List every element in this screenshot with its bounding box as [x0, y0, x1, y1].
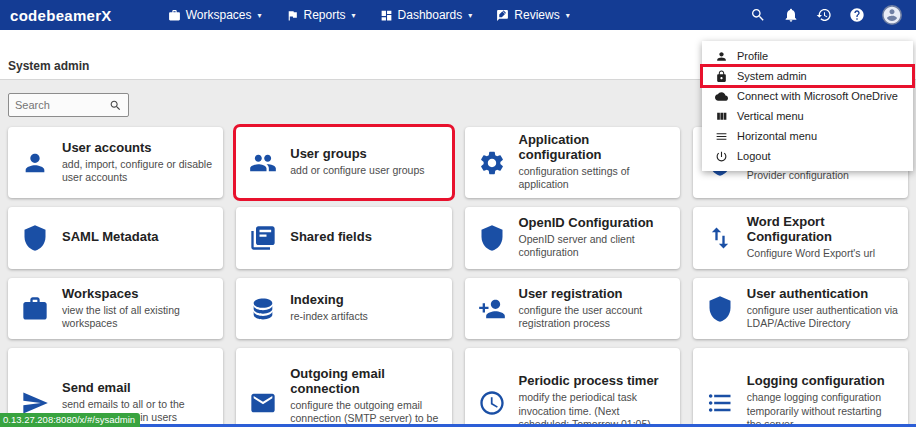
person-icon [715, 50, 728, 63]
card-shared-fields[interactable]: Shared fields [236, 207, 451, 269]
card-desc: modify the periodical task invocation ti… [519, 391, 670, 427]
workspaces-icon [168, 9, 181, 22]
nav-label: Dashboards [398, 8, 463, 22]
card-user-groups[interactable]: User groups add or configure user groups [236, 127, 451, 198]
people-icon [249, 149, 277, 177]
card-title: OpenID Configuration [519, 216, 670, 231]
power-icon [715, 150, 728, 163]
list-icon [706, 389, 734, 417]
card-desc: configure the outgoing email connection … [290, 399, 441, 427]
import-export-icon [706, 224, 734, 252]
nav-label: Reviews [514, 8, 559, 22]
clock-icon [478, 389, 506, 417]
nav-item-dashboards[interactable]: Dashboards ▾ [380, 8, 473, 22]
card-desc: view the list of all existing workspaces [62, 304, 213, 331]
chevron-down-icon: ▾ [468, 11, 472, 20]
top-navbar: codebeamerX Workspaces ▾ Reports ▾ Dashb… [0, 0, 916, 30]
shield-icon [21, 224, 49, 252]
nav-item-reviews[interactable]: Reviews ▾ [496, 8, 569, 22]
card-title: User registration [519, 287, 670, 302]
database-icon [249, 295, 277, 323]
header-actions [750, 5, 906, 25]
person-add-icon [478, 295, 506, 323]
menu-item-logout[interactable]: Logout [702, 146, 913, 166]
card-title: User authentication [747, 287, 898, 302]
nav-label: Reports [304, 8, 346, 22]
card-user-authentication[interactable]: User authentication configure user authe… [693, 278, 908, 339]
main-nav: Workspaces ▾ Reports ▾ Dashboards ▾ Revi… [168, 8, 570, 22]
card-title: SAML Metadata [62, 230, 159, 245]
search-icon[interactable] [750, 7, 766, 23]
reviews-icon [496, 9, 509, 22]
card-title: Shared fields [290, 230, 372, 245]
chevron-down-icon: ▾ [258, 11, 262, 20]
menu-item-label: Horizontal menu [737, 130, 817, 142]
card-desc: OpenID server and client configuration [519, 233, 670, 260]
notifications-bell-icon[interactable] [783, 7, 799, 23]
card-title: User groups [290, 147, 424, 162]
card-title: User accounts [62, 141, 213, 156]
search-input[interactable] [15, 99, 105, 111]
person-icon [21, 149, 49, 177]
chevron-down-icon: ▾ [566, 11, 570, 20]
card-outgoing-email-connection[interactable]: Outgoing email connection configure the … [236, 348, 451, 427]
card-periodic-process-timer[interactable]: Periodic process timer modify the period… [465, 348, 680, 427]
menu-item-connect-onedrive[interactable]: Connect with Microsoft OneDrive [702, 86, 913, 106]
card-desc: Configure Word Export's url [747, 247, 898, 260]
card-desc: change logging configuration temporarily… [747, 391, 898, 427]
menu-item-label: Logout [737, 150, 771, 162]
card-logging-configuration[interactable]: Logging configuration change logging con… [693, 348, 908, 427]
briefcase-icon [21, 295, 49, 323]
page-title: System admin [8, 59, 89, 73]
search-icon[interactable] [109, 99, 122, 112]
help-icon[interactable] [849, 7, 865, 23]
nav-item-reports[interactable]: Reports ▾ [286, 8, 356, 22]
dashboards-icon [380, 9, 393, 22]
card-saml-metadata[interactable]: SAML Metadata [8, 207, 223, 269]
card-desc: configure the user account registration … [519, 304, 670, 331]
card-openid-configuration[interactable]: OpenID Configuration OpenID server and c… [465, 207, 680, 269]
shared-fields-icon [249, 224, 277, 252]
card-word-export-configuration[interactable]: Word Export Configuration Configure Word… [693, 207, 908, 269]
search-box [8, 93, 129, 117]
cloud-icon [715, 90, 728, 103]
shield-icon [706, 295, 734, 323]
user-avatar[interactable] [882, 5, 902, 25]
card-indexing[interactable]: Indexing re-index artifacts [236, 278, 451, 339]
codebeamer-logo[interactable]: codebeamerX [10, 7, 112, 24]
card-application-configuration[interactable]: Application configuration configuration … [465, 127, 680, 198]
system-admin-page: codebeamerX Workspaces ▾ Reports ▾ Dashb… [0, 0, 916, 427]
card-workspaces[interactable]: Workspaces view the list of all existing… [8, 278, 223, 339]
menu-item-horizontal-menu[interactable]: Horizontal menu [702, 126, 913, 146]
user-dropdown-menu: Profile System admin Connect with Micros… [702, 41, 913, 171]
menu-item-system-admin[interactable]: System admin [702, 66, 913, 86]
reports-icon [286, 9, 299, 22]
view-column-icon [715, 110, 728, 123]
shield-icon [478, 224, 506, 252]
lock-icon [715, 70, 728, 83]
card-title: Outgoing email connection [290, 367, 441, 397]
card-desc: configuration settings of application [519, 165, 670, 192]
menu-item-label: Vertical menu [737, 110, 804, 122]
menu-item-label: Profile [737, 50, 768, 62]
gear-icon [478, 149, 506, 177]
admin-cards-grid: User accounts add, import, configure or … [8, 127, 908, 427]
menu-item-label: Connect with Microsoft OneDrive [737, 90, 898, 102]
hamburger-menu-icon [715, 130, 728, 143]
card-title: Workspaces [62, 287, 213, 302]
card-user-registration[interactable]: User registration configure the user acc… [465, 278, 680, 339]
card-title: Logging configuration [747, 374, 898, 389]
chevron-down-icon: ▾ [352, 11, 356, 20]
card-desc: add or configure user groups [290, 164, 424, 177]
menu-item-vertical-menu[interactable]: Vertical menu [702, 106, 913, 126]
menu-item-profile[interactable]: Profile [702, 46, 913, 66]
link-status-url: 0.13.27.208:8080/x/#/sysadmin [0, 413, 140, 427]
card-desc: re-index artifacts [290, 310, 368, 323]
nav-label: Workspaces [186, 8, 252, 22]
card-desc: add, import, configure or disable user a… [62, 158, 213, 185]
history-icon[interactable] [816, 7, 832, 23]
nav-item-workspaces[interactable]: Workspaces ▾ [168, 8, 262, 22]
card-title: Word Export Configuration [747, 215, 898, 245]
card-user-accounts[interactable]: User accounts add, import, configure or … [8, 127, 223, 198]
card-title: Send email [62, 381, 213, 396]
